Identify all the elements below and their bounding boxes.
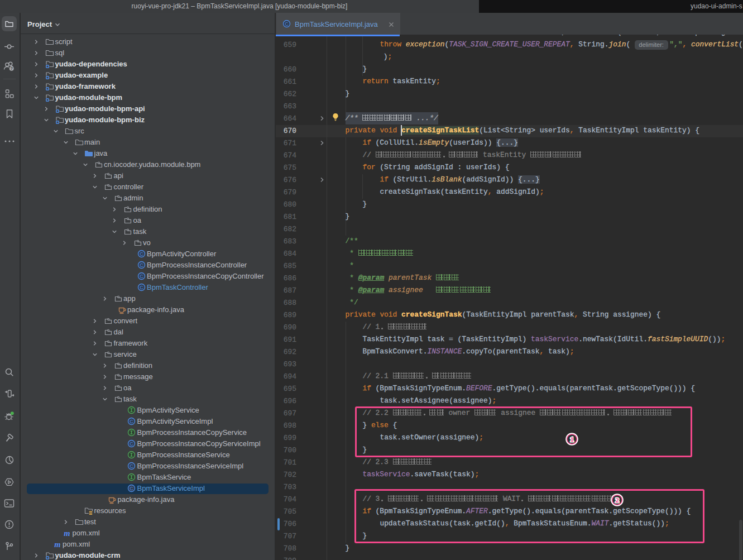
svg-text:C: C [285,21,289,27]
svg-text:m: m [64,529,70,538]
svg-text:C: C [140,251,143,257]
svg-text:C: C [130,441,133,447]
svg-text:C: C [140,262,143,268]
svg-text:1: 1 [570,435,574,443]
svg-text:C: C [140,285,143,290]
svg-text:C: C [130,419,133,424]
svg-text:m: m [54,540,60,549]
svg-text:?: ? [10,66,13,71]
svg-text:C: C [130,486,133,491]
svg-text:C: C [130,463,133,469]
svg-text:2: 2 [615,496,619,505]
svg-text:C: C [140,274,143,279]
